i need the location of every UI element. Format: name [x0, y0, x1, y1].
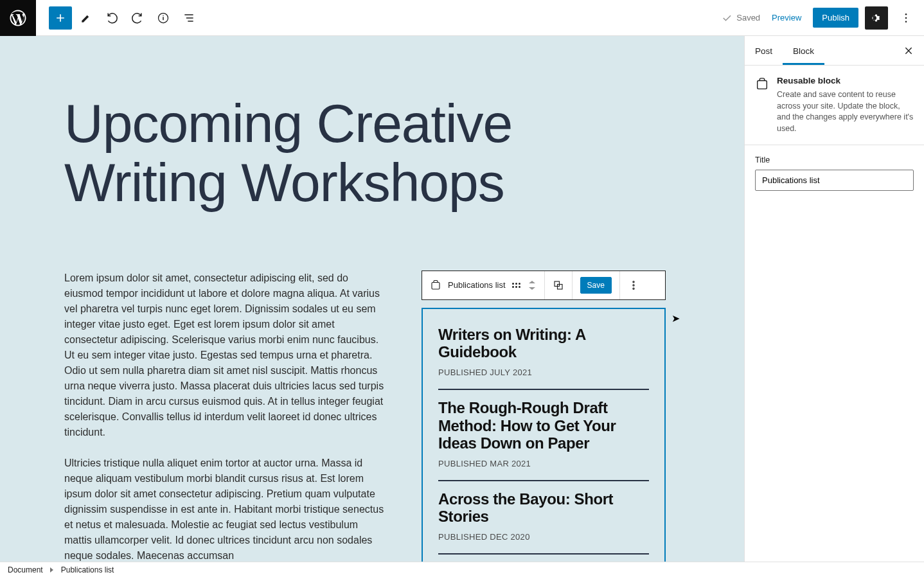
undo-icon	[105, 12, 118, 24]
svg-point-3	[905, 21, 907, 22]
close-sidebar-button[interactable]	[897, 39, 920, 62]
tab-post[interactable]: Post	[745, 36, 783, 65]
paragraph-2[interactable]: Ultricies tristique nulla aliquet enim t…	[64, 456, 386, 562]
reusable-block-icon	[755, 77, 769, 91]
svg-rect-5	[555, 281, 560, 287]
list-view-button[interactable]	[177, 6, 200, 30]
plus-icon	[54, 12, 67, 24]
pencil-icon	[80, 12, 93, 24]
svg-rect-4	[432, 282, 440, 289]
close-icon	[903, 46, 914, 56]
block-type-title: Reusable block	[777, 76, 914, 85]
list-item[interactable]: There and Back Again PUBLISHED FEB 2020	[438, 555, 649, 562]
title-field: Title	[745, 145, 924, 201]
kebab-icon	[900, 12, 912, 24]
chevron-down-icon[interactable]	[528, 285, 537, 292]
tab-block[interactable]: Block	[783, 36, 824, 65]
edit-mode-button[interactable]	[75, 6, 98, 30]
preview-button[interactable]: Preview	[767, 9, 806, 26]
topbar-right: Saved Preview Publish	[721, 6, 924, 30]
editor-topbar: Saved Preview Publish	[0, 0, 924, 36]
kebab-icon	[628, 280, 639, 291]
more-options-button[interactable]	[894, 6, 918, 30]
post-body: Lorem ipsum dolor sit amet, consectetur …	[64, 271, 680, 562]
body-text[interactable]: Lorem ipsum dolor sit amet, consectetur …	[64, 271, 386, 562]
dashboard-button[interactable]	[0, 0, 36, 36]
publication-title: The Rough-Rough Draft Method: How to Get…	[438, 399, 649, 452]
chevron-right-icon	[48, 566, 56, 574]
breadcrumb-root[interactable]: Document	[8, 565, 43, 574]
wordpress-icon	[8, 8, 28, 28]
sidebar-tabs: Post Block	[745, 36, 924, 66]
reusable-block-icon	[430, 280, 441, 291]
check-icon	[721, 12, 733, 24]
title-label: Title	[755, 155, 914, 164]
block-name-label: Publications list	[448, 280, 506, 290]
title-input[interactable]	[755, 170, 914, 191]
settings-sidebar: Post Block Reusable block Create and sav…	[744, 36, 924, 562]
reusable-block-area: Publications list	[422, 271, 666, 562]
svg-point-8	[633, 285, 634, 286]
svg-point-7	[633, 281, 634, 282]
post-title[interactable]: Upcoming Creative Writing Workshops	[64, 94, 680, 213]
svg-rect-6	[557, 284, 562, 289]
publication-meta: PUBLISHED DEC 2020	[438, 532, 649, 542]
list-item[interactable]: The Rough-Rough Draft Method: How to Get…	[438, 390, 649, 481]
svg-point-9	[633, 288, 634, 289]
move-arrows[interactable]	[528, 279, 537, 292]
publications-list-block[interactable]: Writers on Writing: A Guidebook PUBLISHE…	[422, 308, 666, 562]
svg-rect-10	[758, 81, 767, 89]
block-type-section[interactable]: Publications list	[422, 271, 545, 299]
saved-label: Saved	[736, 13, 760, 22]
publish-button[interactable]: Publish	[813, 8, 858, 28]
publication-title: Across the Bayou: Short Stories	[438, 490, 649, 526]
save-status: Saved	[721, 12, 760, 24]
svg-point-1	[905, 13, 907, 15]
block-inserter-button[interactable]	[49, 6, 72, 30]
breadcrumb-current[interactable]: Publications list	[61, 565, 114, 574]
breadcrumb: Document Publications list	[0, 562, 924, 577]
save-block-button[interactable]: Save	[580, 277, 612, 294]
main-split: Upcoming Creative Writing Workshops Lore…	[0, 36, 924, 562]
redo-icon	[131, 12, 144, 24]
more-section[interactable]	[620, 271, 647, 299]
undo-button[interactable]	[100, 6, 123, 30]
drag-handle[interactable]	[512, 281, 521, 290]
info-icon	[157, 12, 170, 24]
list-item[interactable]: Writers on Writing: A Guidebook PUBLISHE…	[438, 322, 649, 390]
publication-title: Writers on Writing: A Guidebook	[438, 326, 649, 361]
block-type-description: Create and save content to reuse across …	[777, 89, 914, 134]
topbar-left	[0, 0, 200, 36]
publication-meta: PUBLISHED MAR 2021	[438, 459, 649, 468]
block-toolbar: Publications list	[422, 271, 666, 300]
outline-icon	[182, 12, 195, 24]
save-section: Save	[573, 271, 620, 299]
info-button[interactable]	[152, 6, 175, 30]
list-item[interactable]: Across the Bayou: Short Stories PUBLISHE…	[438, 481, 649, 555]
redo-button[interactable]	[126, 6, 149, 30]
editor-canvas: Upcoming Creative Writing Workshops Lore…	[0, 36, 744, 562]
toolbar-tools	[41, 6, 200, 30]
block-description: Reusable block Create and save content t…	[745, 66, 924, 145]
svg-point-2	[905, 17, 907, 19]
chevron-up-icon[interactable]	[528, 279, 537, 285]
paragraph-1[interactable]: Lorem ipsum dolor sit amet, consectetur …	[64, 271, 386, 440]
convert-section[interactable]	[545, 271, 573, 299]
convert-icon	[553, 280, 564, 291]
gear-icon	[870, 12, 883, 24]
publication-meta: PUBLISHED JULY 2021	[438, 368, 649, 377]
settings-button[interactable]	[865, 6, 888, 30]
